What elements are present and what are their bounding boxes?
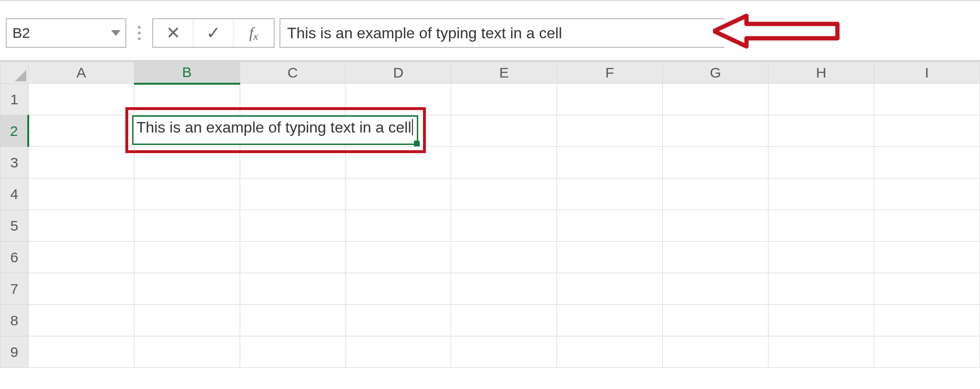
cell-F3[interactable] [557,147,663,178]
cell-G2[interactable] [663,115,768,147]
cell-E9[interactable] [451,336,557,368]
cell-G5[interactable] [663,210,768,242]
cell-H1[interactable] [768,84,874,115]
row-header-3[interactable]: 3 [0,147,29,178]
cell-F1[interactable] [557,84,663,115]
col-header-I[interactable]: I [874,62,980,84]
cell-E1[interactable] [451,84,557,115]
cell-G7[interactable] [663,273,768,305]
name-box[interactable]: B2 [6,18,126,48]
cell-A9[interactable] [28,336,134,368]
cell-D6[interactable] [345,242,451,273]
col-header-B[interactable]: B [134,62,240,84]
insert-function-button[interactable]: fx [234,19,274,47]
cell-A5[interactable] [28,210,134,242]
cell-D7[interactable] [345,273,451,305]
cell-D1[interactable] [345,84,451,115]
cell-B7[interactable] [134,273,240,305]
cell-G8[interactable] [663,305,768,336]
cell-H6[interactable] [768,242,874,273]
cell-E7[interactable] [451,273,557,305]
cell-A2[interactable] [28,115,134,147]
cell-E4[interactable] [451,178,557,210]
cell-B8[interactable] [134,305,240,336]
cell-I1[interactable] [874,84,980,115]
cell-G3[interactable] [663,147,768,178]
cell-C6[interactable] [240,242,345,273]
cell-C7[interactable] [240,273,345,305]
col-header-D[interactable]: D [345,62,451,84]
cell-G9[interactable] [663,336,768,368]
cancel-button[interactable]: ✕ [153,19,193,47]
row-header-6[interactable]: 6 [0,242,29,273]
col-header-F[interactable]: F [557,62,663,84]
cell-E5[interactable] [451,210,557,242]
cell-A1[interactable] [28,84,134,115]
cell-D8[interactable] [345,305,451,336]
cell-I5[interactable] [874,210,980,242]
cell-G1[interactable] [663,84,768,115]
cell-H2[interactable] [768,115,874,147]
cell-G4[interactable] [663,178,768,210]
vertical-dots-icon[interactable] [131,26,147,40]
cell-H3[interactable] [768,147,874,178]
cell-D3[interactable] [345,147,451,178]
cell-E2[interactable] [451,115,557,147]
cell-A6[interactable] [28,242,134,273]
cell-E8[interactable] [451,305,557,336]
cell-H7[interactable] [768,273,874,305]
cell-C9[interactable] [240,336,345,368]
col-header-E[interactable]: E [451,62,557,84]
cell-C4[interactable] [240,178,345,210]
enter-button[interactable]: ✓ [193,19,234,47]
cell-F4[interactable] [557,178,663,210]
chevron-down-icon[interactable] [111,30,121,36]
cell-B9[interactable] [134,336,240,368]
cell-F7[interactable] [557,273,663,305]
cell-F6[interactable] [557,242,663,273]
fill-handle[interactable] [414,141,420,146]
cell-B1[interactable] [134,84,240,115]
cell-B5[interactable] [134,210,240,242]
cell-H4[interactable] [768,178,874,210]
cell-C5[interactable] [240,210,345,242]
cell-A3[interactable] [28,147,134,178]
cell-C3[interactable] [240,147,345,178]
cell-F9[interactable] [557,336,663,368]
row-header-5[interactable]: 5 [0,210,29,242]
cell-F8[interactable] [557,305,663,336]
col-header-H[interactable]: H [768,62,874,84]
grid[interactable]: A B C D E F G H I 1 2 3 [0,61,980,368]
cell-G6[interactable] [663,242,768,273]
cell-A8[interactable] [28,305,134,336]
cell-C1[interactable] [240,84,345,115]
row-header-8[interactable]: 8 [0,305,29,336]
select-all-corner[interactable] [0,62,29,84]
cell-I2[interactable] [874,115,980,147]
cell-I9[interactable] [874,336,980,368]
col-header-A[interactable]: A [28,62,134,84]
cell-A7[interactable] [28,273,134,305]
cell-H9[interactable] [768,336,874,368]
row-header-1[interactable]: 1 [0,84,29,115]
cell-C8[interactable] [240,305,345,336]
cell-I7[interactable] [874,273,980,305]
row-header-9[interactable]: 9 [0,336,29,368]
cell-editor[interactable]: This is an example of typing text in a c… [132,115,418,145]
row-header-2[interactable]: 2 [0,115,29,147]
cell-A4[interactable] [28,178,134,210]
cell-I6[interactable] [874,242,980,273]
cell-D9[interactable] [345,336,451,368]
cell-B6[interactable] [134,242,240,273]
cell-D4[interactable] [345,178,451,210]
cell-H5[interactable] [768,210,874,242]
cell-F2[interactable] [557,115,663,147]
cell-D5[interactable] [345,210,451,242]
cell-H8[interactable] [768,305,874,336]
cell-E6[interactable] [451,242,557,273]
formula-input[interactable] [279,18,724,48]
cell-E3[interactable] [451,147,557,178]
cell-I3[interactable] [874,147,980,178]
cell-B3[interactable] [134,147,240,178]
row-header-7[interactable]: 7 [0,273,29,305]
